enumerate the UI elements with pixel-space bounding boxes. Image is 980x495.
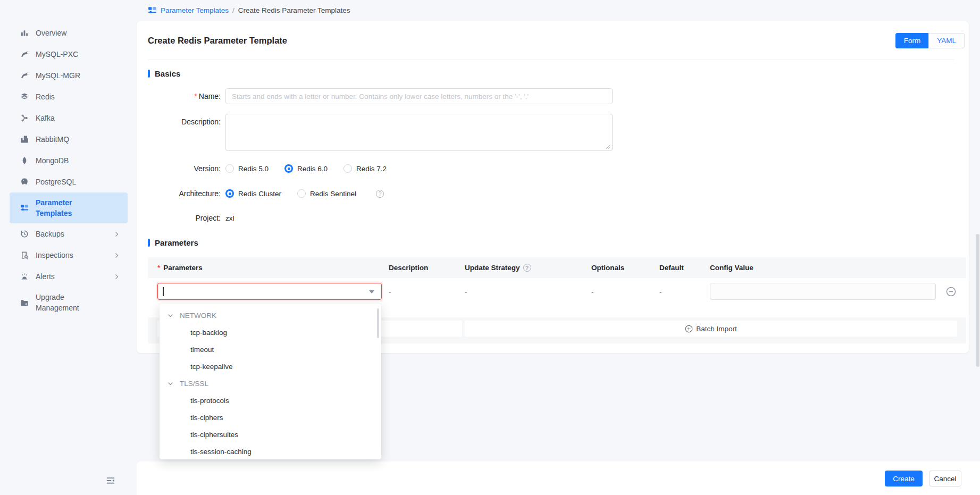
menu-fold-icon <box>106 476 115 485</box>
version-option-redis-6-0[interactable]: Redis 6.0 <box>284 164 328 173</box>
dropdown-item-tls-ciphers[interactable]: tls-ciphers <box>160 409 381 426</box>
sidebar-item-mongodb[interactable]: MongoDB <box>10 150 128 171</box>
sidebar-item-label: Parameter Templates <box>36 197 87 219</box>
dropdown-group-label: NETWORK <box>180 312 216 320</box>
sidebar-item-rabbitmq[interactable]: RabbitMQ <box>10 129 128 150</box>
basics-section-title: Basics <box>155 69 180 78</box>
sidebar-item-alerts[interactable]: Alerts <box>10 266 128 287</box>
version-option-redis-5-0[interactable]: Redis 5.0 <box>225 164 269 173</box>
version-radio-group: Redis 5.0Redis 6.0Redis 7.2 <box>225 164 403 173</box>
chevron-right-icon <box>113 252 120 259</box>
view-toggle-form[interactable]: Form <box>895 33 929 48</box>
name-label: *Name: <box>148 92 221 100</box>
radio-icon[interactable] <box>344 164 352 173</box>
radio-label: Redis 7.2 <box>356 165 387 173</box>
dropdown-item-timeout[interactable]: timeout <box>160 341 381 358</box>
view-toggle: FormYAML <box>895 33 965 48</box>
sidebar-item-label: Upgrade Management <box>36 292 87 313</box>
sidebar-item-overview[interactable]: Overview <box>10 22 128 44</box>
sidebar-item-label: MongoDB <box>36 155 69 166</box>
sidebar-item-parameter-templates[interactable]: Parameter Templates <box>10 192 128 223</box>
alerts-icon <box>20 272 29 281</box>
name-row: *Name: <box>148 88 613 104</box>
overview-icon <box>20 29 29 37</box>
page-title: Create Redis Parameter Template <box>148 36 287 46</box>
sidebar-item-label: PostgreSQL <box>36 177 76 187</box>
backups-icon <box>20 230 29 238</box>
required-asterisk: * <box>157 264 160 272</box>
sidebar-menu: OverviewMySQL-PXCMySQL-MGRRedisKafkaRabb… <box>0 0 128 318</box>
sidebar-item-backups[interactable]: Backups <box>10 223 128 245</box>
radio-label: Redis 5.0 <box>238 165 269 173</box>
dropdown-item-tls-session-caching[interactable]: tls-session-caching <box>160 443 381 460</box>
page-scrollbar[interactable] <box>976 234 979 367</box>
plus-circle-icon <box>685 325 693 333</box>
kafka-icon <box>20 114 29 122</box>
redis-icon <box>20 93 29 101</box>
header-divider <box>148 60 954 60</box>
mongodb-icon <box>20 156 29 165</box>
inspections-icon <box>20 251 29 259</box>
column-header-default: Default <box>659 257 684 278</box>
batch-import-button[interactable]: Batch Import <box>465 321 957 337</box>
section-accent-bar <box>148 239 150 247</box>
sidebar-item-mysql-mgr[interactable]: MySQL-MGR <box>10 65 128 86</box>
dropdown-item-tls-ciphersuites[interactable]: tls-ciphersuites <box>160 426 381 443</box>
breadcrumb-link[interactable]: Parameter Templates <box>161 6 229 14</box>
radio-icon[interactable] <box>297 189 306 198</box>
description-textarea[interactable] <box>225 114 613 151</box>
config-value-input[interactable] <box>710 283 936 300</box>
optionals-cell: - <box>591 278 594 305</box>
breadcrumb: Parameter Templates / Create Redis Param… <box>148 4 350 16</box>
architecture-option-redis-sentinel[interactable]: Redis Sentinel <box>297 189 356 198</box>
architecture-option-redis-cluster[interactable]: Redis Cluster <box>225 189 281 198</box>
dropdown-item-tcp-backlog[interactable]: tcp-backlog <box>160 324 381 341</box>
radio-icon[interactable] <box>284 164 293 173</box>
parameter-select[interactable] <box>157 283 382 300</box>
chevron-down-icon <box>369 290 374 293</box>
sidebar-item-upgrade-management[interactable]: Upgrade Management <box>10 287 128 318</box>
resize-grip-icon[interactable] <box>606 144 611 149</box>
dropdown-item-tcp-keepalive[interactable]: tcp-keepalive <box>160 358 381 375</box>
sidebar-item-label: Alerts <box>36 271 55 282</box>
project-value: zxl <box>225 214 234 222</box>
sidebar-item-kafka[interactable]: Kafka <box>10 107 128 129</box>
column-header-label: Config Value <box>710 264 753 272</box>
radio-label: Redis 6.0 <box>297 165 328 173</box>
version-row: Version: Redis 5.0Redis 6.0Redis 7.2 <box>148 161 403 177</box>
sidebar-item-label: Inspections <box>36 250 73 261</box>
parameters-section-header: Parameters <box>148 238 198 247</box>
sidebar-item-label: RabbitMQ <box>36 134 69 145</box>
sidebar-item-redis[interactable]: Redis <box>10 86 128 107</box>
create-button[interactable]: Create <box>885 471 923 486</box>
name-input[interactable] <box>225 88 613 104</box>
sidebar-collapse-button[interactable] <box>106 476 115 485</box>
radio-label: Redis Cluster <box>238 190 281 198</box>
column-header-description: Description <box>389 257 428 278</box>
column-header-label: Parameters <box>163 264 203 272</box>
dropdown-item-tls-protocols[interactable]: tls-protocols <box>160 392 381 409</box>
chevron-down-icon <box>167 380 174 387</box>
chevron-right-icon <box>113 273 120 280</box>
column-header-config-value: Config Value <box>710 257 753 278</box>
dropdown-group-tls-ssl[interactable]: TLS/SSL <box>160 375 381 392</box>
dropdown-group-label: TLS/SSL <box>180 380 208 388</box>
version-option-redis-7-2[interactable]: Redis 7.2 <box>344 164 387 173</box>
help-icon[interactable]: ? <box>376 190 384 198</box>
help-icon[interactable]: ? <box>523 264 531 272</box>
view-toggle-yaml[interactable]: YAML <box>928 33 965 48</box>
dropdown-scrollbar[interactable] <box>377 308 379 338</box>
description-label: Description: <box>148 114 221 126</box>
radio-icon[interactable] <box>225 189 234 198</box>
sidebar-item-postgresql[interactable]: PostgreSQL <box>10 171 128 192</box>
sidebar-item-label: Kafka <box>36 113 55 123</box>
sidebar-item-inspections[interactable]: Inspections <box>10 245 128 266</box>
dropdown-group-network[interactable]: NETWORK <box>160 307 381 324</box>
radio-icon[interactable] <box>225 164 234 173</box>
column-header-optionals: Optionals <box>591 257 624 278</box>
text-cursor <box>163 287 164 296</box>
parameters-section-title: Parameters <box>155 238 198 247</box>
cancel-button[interactable]: Cancel <box>929 471 961 486</box>
sidebar-item-mysql-pxc[interactable]: MySQL-PXC <box>10 44 128 65</box>
remove-row-button[interactable] <box>946 287 956 297</box>
